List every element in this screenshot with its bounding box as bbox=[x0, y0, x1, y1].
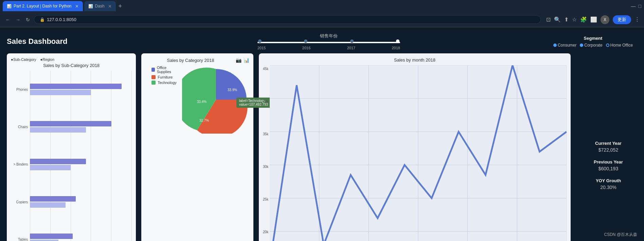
share-icon[interactable]: ⬆ bbox=[564, 16, 569, 23]
bar-binders-1 bbox=[30, 159, 86, 164]
pie-chart-container: Sales by Category 2018 📷 📊 Office Suppli… bbox=[141, 53, 253, 241]
forward-button[interactable]: → bbox=[14, 16, 22, 24]
stat-yoy: YOY Grouth 20.30% bbox=[579, 178, 637, 190]
camera-icon[interactable]: 📷 bbox=[236, 57, 242, 63]
y-tick-45k: 45k bbox=[263, 67, 268, 71]
tab-icon-2: 📊 bbox=[88, 4, 93, 8]
back-button[interactable]: ← bbox=[4, 16, 12, 24]
zoom-icon[interactable]: 🔍 bbox=[554, 16, 561, 23]
bar-row-tables: Tables bbox=[11, 234, 132, 241]
line-chart-container: Sales by month 2018 45k 40k 35k 30k 25k … bbox=[259, 53, 571, 241]
slider-dot-2015[interactable] bbox=[258, 39, 262, 43]
pie-area: Office Supplies Furniture Technology bbox=[145, 66, 249, 135]
browser-chrome: 📊 Part 2. Layout | Dash for Python ✕ 📊 D… bbox=[0, 0, 644, 28]
profile-avatar[interactable]: X bbox=[601, 15, 609, 24]
bar-phones-2 bbox=[30, 90, 91, 95]
legend-square-tech bbox=[151, 81, 156, 85]
bar-phones-1 bbox=[30, 84, 122, 89]
dashboard: Sales Dashboard 销售年份 2015 2016 2017 201 bbox=[0, 28, 644, 241]
legend-square-furniture bbox=[151, 75, 156, 79]
restore-icon[interactable]: □ bbox=[639, 3, 641, 9]
tab-close-2[interactable]: ✕ bbox=[108, 4, 112, 9]
pie-label-tech: 33.4% bbox=[197, 100, 207, 104]
bar-chart-container: ●Sub-Category ●Region Sales by Sub-Categ… bbox=[7, 53, 136, 241]
tab-inactive[interactable]: 📊 Dash ✕ bbox=[84, 1, 116, 11]
legend-furniture: Furniture bbox=[151, 75, 177, 79]
update-button[interactable]: 更新 bbox=[613, 15, 631, 24]
tab-close-1[interactable]: ✕ bbox=[75, 4, 79, 9]
minimize-icon[interactable]: — bbox=[631, 3, 636, 9]
pie-legend: Office Supplies Furniture Technology bbox=[151, 66, 177, 85]
yoy-value: 20.30% bbox=[579, 185, 637, 190]
legend-technology: Technology bbox=[151, 81, 177, 85]
line-svg bbox=[270, 65, 567, 241]
bookmark-icon[interactable]: ☆ bbox=[572, 16, 577, 23]
segment-consumer[interactable]: Consumer bbox=[553, 43, 576, 48]
lock-icon: 🔒 bbox=[40, 17, 45, 22]
bar-chairs-1 bbox=[30, 121, 111, 126]
y-tick-35k: 35k bbox=[263, 132, 268, 136]
url-text: 127.0.0.1:8050 bbox=[47, 17, 76, 22]
tab-title-1: Part 2. Layout | Dash for Python bbox=[14, 4, 72, 8]
slider-dot-2017[interactable] bbox=[350, 39, 354, 43]
split-icon[interactable]: ⬜ bbox=[590, 16, 597, 23]
pie-label-furniture: 32.7% bbox=[199, 119, 209, 122]
slider-years: 2015 2016 2017 2018 bbox=[257, 46, 400, 50]
dashboard-title: Sales Dashboard bbox=[7, 37, 109, 46]
previous-year-value: $600,193 bbox=[579, 166, 637, 171]
slider-label: 销售年份 bbox=[320, 33, 338, 39]
bar-copiers-2 bbox=[30, 202, 66, 208]
segment-title: Segment bbox=[584, 36, 603, 41]
screenshot-icon[interactable]: ⊡ bbox=[546, 16, 551, 23]
radio-consumer-icon bbox=[553, 44, 557, 47]
y-tick-20k: 20k bbox=[263, 230, 268, 234]
url-bar[interactable]: 🔒 127.0.0.1:8050 bbox=[34, 15, 541, 24]
pie-chart-icons: 📷 📊 bbox=[236, 57, 249, 63]
legend-office-supplies: Office Supplies bbox=[151, 66, 177, 74]
line-chart-title: Sales by month 2018 bbox=[263, 57, 567, 63]
browser-toolbar: ⊡ 🔍 ⬆ ☆ 🧩 ⬜ X 更新 ⋮ bbox=[546, 15, 640, 24]
stat-current-year: Current Year $722,052 bbox=[579, 141, 637, 153]
y-tick-30k: 30k bbox=[263, 165, 268, 169]
y-tick-40k: 40k bbox=[263, 100, 268, 103]
pie-chart-header: Sales by Category 2018 📷 📊 bbox=[145, 57, 249, 63]
segment-section: Segment Consumer Corporate Home Office bbox=[549, 36, 637, 48]
previous-year-label: Previous Year bbox=[579, 159, 637, 165]
pie-label-office: 33.9% bbox=[228, 88, 237, 92]
bar-row-chairs: Chairs bbox=[11, 121, 132, 133]
year-slider-section: 销售年份 2015 2016 2017 2018 bbox=[109, 33, 549, 50]
legend-subcategory: Sub-Category bbox=[13, 57, 36, 62]
legend-square-office bbox=[151, 68, 155, 72]
bar-row-binders: > Binders bbox=[11, 159, 132, 170]
stats-container: Current Year $722,052 Previous Year $600… bbox=[576, 53, 637, 241]
legend-region: Region bbox=[42, 57, 54, 62]
watermark: CSDN @百木从森 bbox=[604, 232, 637, 238]
menu-icon[interactable]: ⋮ bbox=[634, 16, 640, 23]
top-controls: Sales Dashboard 销售年份 2015 2016 2017 201 bbox=[7, 28, 637, 53]
segment-homeoffice[interactable]: Home Office bbox=[606, 43, 633, 48]
bar-chairs-2 bbox=[30, 127, 86, 133]
bar-copiers-1 bbox=[30, 196, 76, 202]
slider-dot-2016[interactable] bbox=[304, 39, 307, 43]
radio-homeoffice-icon bbox=[606, 44, 609, 47]
segment-corporate[interactable]: Corporate bbox=[580, 43, 602, 48]
yoy-label: YOY Grouth bbox=[579, 178, 637, 183]
pie-chart-title: Sales by Category 2018 bbox=[145, 58, 236, 63]
current-year-value: $722,052 bbox=[579, 147, 637, 153]
charts-row: ●Sub-Category ●Region Sales by Sub-Categ… bbox=[7, 53, 637, 241]
extension-icon[interactable]: 🧩 bbox=[580, 16, 587, 23]
tab-bar: 📊 Part 2. Layout | Dash for Python ✕ 📊 D… bbox=[0, 0, 644, 12]
tab-active[interactable]: 📊 Part 2. Layout | Dash for Python ✕ bbox=[3, 1, 83, 11]
segment-options: Consumer Corporate Home Office bbox=[553, 43, 633, 48]
current-year-label: Current Year bbox=[579, 141, 637, 146]
window-controls: — □ bbox=[631, 3, 641, 9]
tab-icon-1: 📊 bbox=[7, 4, 12, 8]
bar-mode-icon[interactable]: 📊 bbox=[244, 57, 249, 63]
new-tab-button[interactable]: + bbox=[119, 3, 122, 10]
slider-dot-2018[interactable] bbox=[396, 39, 399, 43]
refresh-button[interactable]: ↻ bbox=[24, 16, 31, 24]
stat-previous-year: Previous Year $600,193 bbox=[579, 159, 637, 171]
radio-corporate-icon bbox=[580, 44, 583, 47]
bar-row-phones: Phones bbox=[11, 84, 132, 95]
bar-tables-1 bbox=[30, 234, 73, 239]
